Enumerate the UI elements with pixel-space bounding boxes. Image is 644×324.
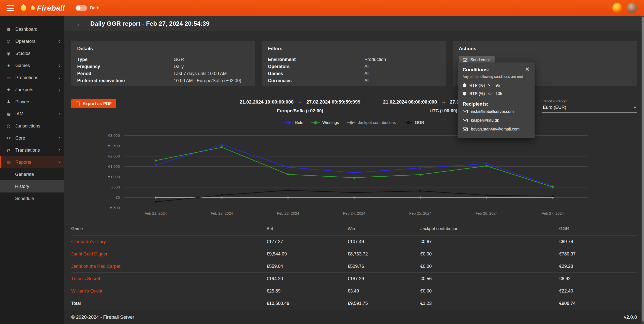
- main-area: ← Daily GGR report - Feb 27, 2024 20:54:…: [64, 16, 644, 324]
- legend-winnings[interactable]: Winnings: [311, 120, 339, 125]
- sidebar-item-label: Promotions: [15, 75, 38, 80]
- mail-icon: [463, 127, 468, 131]
- win-value: €107.49: [348, 239, 420, 244]
- export-pdf-button[interactable]: Export as PDF: [71, 99, 116, 108]
- sidebar-item-jurisdictions[interactable]: ⚖Jurisdictions: [0, 120, 64, 132]
- detail-value: Daily: [174, 63, 184, 70]
- sidebar-subitem-history[interactable]: History: [0, 180, 64, 192]
- svg-text:€0: €0: [115, 195, 120, 200]
- svg-text:€1,000: €1,000: [108, 175, 120, 179]
- table-total-row: Total€10,500.49€9,591.75€1.23€908.74: [71, 297, 637, 309]
- filter-value: All: [365, 70, 370, 77]
- bet-value: €559.04: [267, 264, 348, 269]
- sidebar-item-iam[interactable]: ▩IAM‹: [0, 108, 64, 120]
- filter-value: All: [365, 77, 370, 84]
- sidebar-item-dashboard[interactable]: ▦Dashboard: [0, 23, 64, 35]
- chart-legend: BetsWinningsJackpot contributionsGGR: [71, 120, 637, 125]
- sidebar-item-studios[interactable]: ◉Studios: [0, 47, 64, 59]
- topbar: Fireball Dark: [0, 0, 644, 16]
- legend-jackpot-contributions[interactable]: Jackpot contributions: [347, 120, 396, 125]
- menu-toggle-icon[interactable]: [7, 5, 14, 11]
- filter-value: All: [365, 63, 370, 70]
- details-card: Details TypeGGRFrequencyDailyPeriodLast …: [71, 41, 255, 86]
- svg-text:Feb 22, 2024: Feb 22, 2024: [211, 211, 233, 215]
- bet-value: €25.89: [267, 288, 348, 294]
- sidebar-item-label: Core: [15, 136, 25, 141]
- sidebar-subitem-generate[interactable]: Generate: [0, 168, 64, 180]
- legend-marker-icon: [311, 121, 320, 124]
- legend-label: GGR: [415, 120, 424, 125]
- sidebar-item-core[interactable]: <>Core‹: [0, 132, 64, 144]
- condition-value: 105: [496, 91, 502, 96]
- column-header-win: Win: [348, 226, 420, 231]
- user-avatar[interactable]: [627, 3, 637, 13]
- condition-operator: >=: [488, 83, 493, 88]
- mail-icon: [463, 119, 468, 122]
- iam-icon: ▩: [6, 111, 12, 117]
- theme-switch-knob[interactable]: [76, 6, 80, 10]
- recipient-email: boyan.stan4ev@gmail.com: [471, 127, 519, 132]
- legend-bets[interactable]: Bets: [284, 120, 303, 125]
- detail-value: 10:00 AM - Europe/Sofia (+02:00): [174, 77, 241, 84]
- required-marker: *: [566, 99, 567, 103]
- svg-text:€-500: €-500: [110, 206, 120, 210]
- svg-text:€500: €500: [111, 185, 120, 189]
- sidebar-item-label: Translations: [15, 148, 40, 153]
- page-title: Daily GGR report - Feb 27, 2024 20:54:39: [90, 20, 210, 27]
- svg-text:€2,000: €2,000: [108, 154, 120, 158]
- sidebar: ▦Dashboard◎Operators‹◉Studios♠Games‹▭Pro…: [0, 16, 64, 324]
- detail-label: Frequency: [77, 63, 174, 70]
- scrollbar-track[interactable]: [641, 16, 644, 324]
- scrollbar-thumb[interactable]: [642, 17, 644, 321]
- jackpots-icon: ★: [6, 87, 12, 92]
- local-date-range: 21.02.2024 10:00:00:000→27.02.2024 09:59…: [240, 99, 360, 114]
- detail-value: Last 7 days until 10:00 AM: [174, 70, 227, 77]
- send-email-label: Send email: [470, 58, 491, 62]
- table-row: Janni Gold Digger€9,544.09€8,763.72€0.00…: [71, 248, 637, 260]
- chevron-left-icon: ‹: [58, 75, 60, 80]
- back-arrow-icon[interactable]: ←: [76, 20, 83, 27]
- sidebar-subitem-schedule[interactable]: Schedule: [0, 192, 64, 205]
- detail-row: Preferred receive time10:00 AM - Europe/…: [77, 77, 249, 84]
- sidebar-item-translations[interactable]: ⇄Translations‹: [0, 144, 64, 156]
- cards-row: Details TypeGGRFrequencyDailyPeriodLast …: [71, 41, 637, 86]
- recipient-row: kasper@kau.dk: [463, 116, 530, 124]
- condition-row: RTP (%)>=96: [463, 81, 530, 89]
- report-currency-select[interactable]: Euro (EUR) ▾: [542, 103, 637, 113]
- sidebar-item-promotions[interactable]: ▭Promotions‹: [0, 72, 64, 84]
- sidebar-item-players[interactable]: ♟Players: [0, 96, 64, 108]
- column-header-jackpot-contribution: Jackpot contribution: [420, 226, 559, 231]
- topbar-right: [612, 3, 637, 13]
- chevron-left-icon: ‹: [58, 135, 60, 141]
- table-row: Cleopatra's Diary€177.27€107.49€0.67€69.…: [71, 236, 637, 248]
- sidebar-item-jackpots[interactable]: ★Jackpots‹: [0, 84, 64, 96]
- sidebar-item-games[interactable]: ♠Games‹: [0, 59, 64, 72]
- games-table: GameBetWinJackpot contributionGGR Cleopa…: [71, 222, 637, 309]
- game-link[interactable]: Janni on the Red Carpet: [71, 264, 120, 269]
- legend-ggr[interactable]: GGR: [404, 120, 424, 125]
- close-icon[interactable]: ×: [524, 65, 531, 73]
- fireball-avatar[interactable]: [612, 3, 622, 13]
- theme-switch-track[interactable]: [75, 5, 87, 11]
- radio-icon[interactable]: [463, 83, 466, 87]
- brand-name: Fireball: [37, 4, 65, 12]
- sidebar-item-reports[interactable]: ▤Reports‹: [0, 156, 64, 168]
- detail-row: FrequencyDaily: [77, 63, 249, 70]
- condition-row: RTP (%)<=105: [463, 89, 530, 98]
- report-currency-value: Euro (EUR): [543, 105, 566, 110]
- theme-toggle[interactable]: Dark: [75, 5, 99, 11]
- filter-row: EnvironmentProduction: [268, 56, 440, 63]
- game-link[interactable]: William's Quest: [71, 288, 102, 294]
- local-range-to: 27.02.2024 09:59:59:999: [306, 99, 360, 105]
- detail-label: Preferred receive time: [77, 77, 174, 84]
- radio-icon[interactable]: [463, 92, 466, 95]
- export-pdf-label: Export as PDF: [83, 101, 112, 106]
- game-link[interactable]: Triton's Secret: [71, 276, 100, 281]
- jackpot-value: €0.00: [420, 264, 559, 269]
- filter-label: Operators: [268, 63, 364, 70]
- game-link[interactable]: Janni Gold Digger: [71, 251, 107, 256]
- dashboard-icon: ▦: [6, 27, 12, 32]
- sidebar-item-operators[interactable]: ◎Operators‹: [0, 35, 64, 47]
- game-link[interactable]: Cleopatra's Diary: [71, 239, 106, 244]
- bet-value: €9,544.09: [267, 251, 348, 257]
